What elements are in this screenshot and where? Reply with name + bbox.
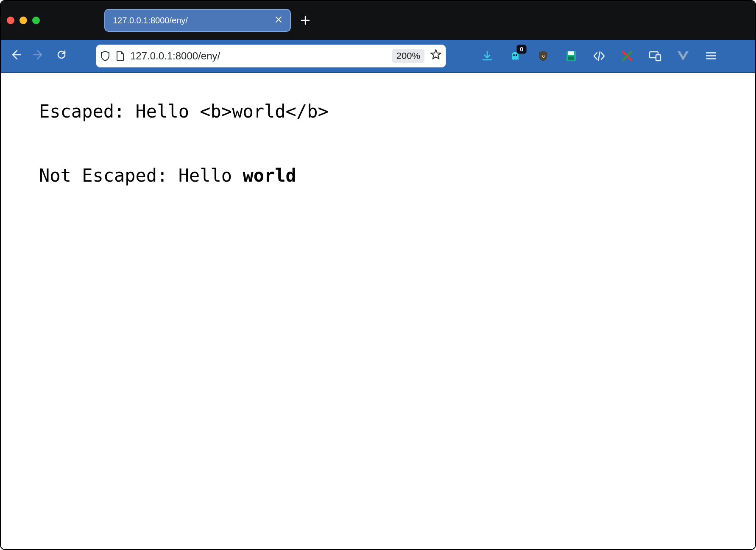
address-bar[interactable]: 127.0.0.1:8000/eny/ 200% xyxy=(96,45,446,67)
window-maximize-button[interactable] xyxy=(32,17,40,24)
svg-rect-7 xyxy=(656,55,661,61)
url-text: 127.0.0.1:8000/eny/ xyxy=(130,50,386,62)
nav-buttons xyxy=(10,49,67,62)
svg-point-0 xyxy=(513,54,515,56)
page-info-icon[interactable] xyxy=(116,51,124,61)
page-viewport: Escaped: Hello <b>world</b> Not Escaped:… xyxy=(1,73,755,549)
responsive-design-icon[interactable] xyxy=(649,50,661,62)
escaped-output-line: Escaped: Hello <b>world</b> xyxy=(39,100,717,123)
tab-close-icon[interactable] xyxy=(275,16,282,25)
page-body: Escaped: Hello <b>world</b> Not Escaped:… xyxy=(39,100,717,187)
back-button[interactable] xyxy=(10,49,21,62)
bookmark-star-icon[interactable] xyxy=(430,49,441,63)
unescaped-bold-word: world xyxy=(243,165,296,186)
noscript-x-icon[interactable] xyxy=(621,50,633,62)
tab-title: 127.0.0.1:8000/eny/ xyxy=(113,16,188,25)
window-titlebar: 127.0.0.1:8000/eny/ xyxy=(1,1,755,40)
window-minimize-button[interactable] xyxy=(20,17,27,24)
devtools-code-icon[interactable] xyxy=(593,50,605,62)
reload-button[interactable] xyxy=(56,49,67,62)
ghost-icon[interactable]: 0 xyxy=(509,50,522,62)
svg-rect-5 xyxy=(568,56,574,60)
ublock-shield-icon[interactable]: ʊ xyxy=(537,50,550,62)
vue-devtools-icon[interactable] xyxy=(677,50,689,62)
app-menu-button[interactable] xyxy=(705,50,717,62)
downloads-icon[interactable] xyxy=(481,50,494,62)
svg-point-1 xyxy=(516,54,517,56)
svg-text:ʊ: ʊ xyxy=(542,53,545,59)
traffic-lights xyxy=(7,17,40,24)
save-floppy-icon[interactable] xyxy=(565,50,577,62)
tab-bar: 127.0.0.1:8000/eny/ xyxy=(104,1,313,40)
extensions-area: 0 ʊ xyxy=(481,50,717,62)
browser-tab[interactable]: 127.0.0.1:8000/eny/ xyxy=(104,9,291,32)
extension-badge: 0 xyxy=(516,45,527,54)
forward-button[interactable] xyxy=(33,49,44,62)
svg-rect-4 xyxy=(568,51,574,55)
unescaped-prefix: Not Escaped: Hello xyxy=(39,165,243,186)
zoom-indicator[interactable]: 200% xyxy=(392,49,424,63)
new-tab-button[interactable] xyxy=(298,13,313,28)
window-close-button[interactable] xyxy=(7,17,14,24)
browser-toolbar: 127.0.0.1:8000/eny/ 200% 0 ʊ xyxy=(1,40,755,73)
unescaped-output-line: Not Escaped: Hello world xyxy=(39,164,717,188)
shield-icon[interactable] xyxy=(100,51,110,61)
